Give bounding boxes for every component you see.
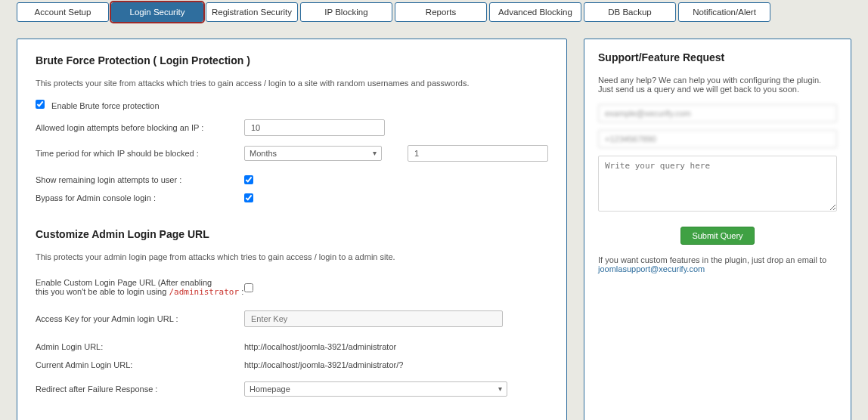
section-custom-url-title: Customize Admin Login Page URL bbox=[36, 228, 548, 240]
support-panel: Support/Feature Request Need any help? W… bbox=[584, 39, 851, 420]
section-custom-url-desc: This protects your admin login page from… bbox=[36, 252, 548, 261]
tab-notification-alert[interactable]: Notification/Alert bbox=[678, 2, 770, 22]
admin-login-url-label: Admin Login URL: bbox=[36, 342, 244, 351]
admin-login-url-value: http://localhost/joomla-3921/administrat… bbox=[244, 342, 396, 351]
tab-account-setup[interactable]: Account Setup bbox=[17, 2, 109, 22]
support-email-input[interactable] bbox=[598, 104, 837, 122]
support-title: Support/Feature Request bbox=[598, 51, 837, 63]
support-phone-input[interactable] bbox=[598, 130, 837, 148]
support-desc: Need any help? We can help you with conf… bbox=[598, 76, 837, 94]
bypass-admin-checkbox[interactable] bbox=[244, 193, 253, 202]
login-attempts-label: Allowed login attempts before blocking a… bbox=[36, 123, 244, 132]
redirect-failure-label: Redirect after Failure Response : bbox=[36, 384, 244, 394]
tab-ip-blocking[interactable]: IP Blocking bbox=[300, 2, 392, 22]
enable-custom-url-label: Enable Custom Login Page URL (After enab… bbox=[36, 278, 244, 297]
support-note: If you want custom features in the plugi… bbox=[598, 255, 837, 273]
enable-brute-force-label: Enable Brute force protection bbox=[51, 101, 159, 110]
enable-brute-force-checkbox[interactable] bbox=[36, 100, 45, 109]
show-remaining-checkbox[interactable] bbox=[244, 175, 253, 184]
block-period-value-input[interactable] bbox=[408, 145, 548, 162]
submit-query-button[interactable]: Submit Query bbox=[680, 227, 754, 245]
access-key-input[interactable] bbox=[244, 310, 503, 327]
tab-registration-security[interactable]: Registration Security bbox=[206, 2, 298, 22]
tab-db-backup[interactable]: DB Backup bbox=[584, 2, 676, 22]
current-admin-url-value: http://localhost/joomla-3921/administrat… bbox=[244, 360, 403, 369]
show-remaining-label: Show remaining login attempts to user : bbox=[36, 175, 244, 184]
block-period-label: Time period for which IP should be block… bbox=[36, 149, 244, 158]
bypass-admin-label: Bypass for Admin console login : bbox=[36, 193, 244, 202]
section-brute-force-title: Brute Force Protection ( Login Protectio… bbox=[36, 54, 548, 66]
main-panel: Brute Force Protection ( Login Protectio… bbox=[17, 39, 567, 420]
support-email-link[interactable]: joomlasupport@xecurify.com bbox=[598, 264, 705, 273]
access-key-label: Access Key for your Admin login URL : bbox=[36, 314, 244, 323]
current-admin-url-label: Current Admin Login URL: bbox=[36, 360, 244, 369]
tabs-bar: Account Setup Login Security Registratio… bbox=[0, 0, 868, 22]
tab-login-security[interactable]: Login Security bbox=[111, 2, 203, 22]
section-brute-force-desc: This protects your site from attacks whi… bbox=[36, 79, 548, 88]
enable-custom-url-checkbox[interactable] bbox=[244, 283, 253, 292]
support-query-textarea[interactable] bbox=[598, 156, 837, 212]
login-attempts-input[interactable] bbox=[244, 119, 385, 136]
tab-reports[interactable]: Reports bbox=[395, 2, 487, 22]
tab-advanced-blocking[interactable]: Advanced Blocking bbox=[489, 2, 581, 22]
block-period-unit-select[interactable]: Months bbox=[244, 146, 382, 161]
redirect-failure-select[interactable]: Homepage bbox=[244, 381, 507, 397]
